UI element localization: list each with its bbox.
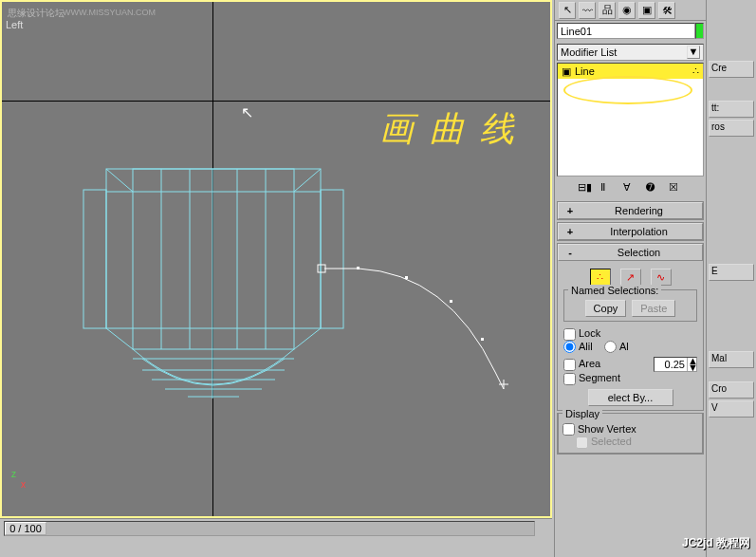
timeline[interactable]: 0 / 100 [0, 518, 552, 537]
stub[interactable]: Cre [709, 61, 754, 78]
svg-rect-18 [321, 190, 343, 328]
time-slider-track[interactable]: 0 / 100 [4, 521, 535, 536]
lock-checkbox[interactable]: Lock [563, 327, 600, 339]
svg-rect-1 [133, 169, 294, 349]
modifier-list-dropdown[interactable]: Modifier List ▼ [557, 44, 704, 61]
hierarchy-tab-icon[interactable]: 品 [599, 2, 616, 19]
stub[interactable]: tt: [709, 101, 754, 118]
radio-all[interactable]: Alil [563, 341, 593, 352]
subobj-segment-button[interactable]: ↗ [620, 269, 641, 286]
display-tab-icon[interactable]: ▣ [638, 2, 655, 19]
stack-item-line[interactable]: ▣ Line ∴ [558, 64, 703, 79]
show-vertex-checkbox[interactable]: Show Vertex [562, 423, 636, 435]
time-slider-knob[interactable]: 0 / 100 [5, 522, 46, 535]
create-tab-icon[interactable]: ↖ [559, 2, 576, 19]
svg-rect-17 [83, 190, 106, 328]
show-end-result-icon[interactable]: Ⅱ [600, 181, 616, 196]
svg-line-6 [294, 328, 321, 349]
viewport[interactable]: 思缘设计论坛 WWW.MISSYUAN.COM Left [0, 0, 552, 518]
svg-line-4 [294, 169, 321, 192]
pin-stack-icon[interactable]: ⊟▮ [578, 181, 593, 196]
modify-tab-icon[interactable]: 〰 [579, 2, 596, 19]
modifier-list-label: Modifier List [561, 46, 617, 58]
utilities-tab-icon[interactable]: 🛠 [658, 2, 675, 19]
motion-tab-icon[interactable]: ◉ [618, 2, 636, 19]
stack-toolbar: ⊟▮ Ⅱ ∀ ➐ ☒ [557, 178, 704, 199]
annotation-text: 画 曲 线 [379, 106, 518, 153]
segment-checkbox[interactable]: Segment [563, 372, 620, 383]
select-by-button[interactable]: elect By... [588, 389, 673, 406]
object-color-swatch[interactable] [695, 23, 704, 39]
stack-item-label: Line [575, 65, 689, 77]
subobj-vertex-button[interactable]: ∴ [590, 269, 611, 286]
minus-icon: - [564, 247, 576, 258]
expand-icon[interactable]: ▣ [562, 65, 571, 78]
stub[interactable]: V [709, 400, 754, 418]
rollout-display: Display Show Vertex Selected [557, 413, 704, 455]
copy-button[interactable]: Copy [585, 300, 627, 317]
svg-rect-22 [450, 300, 452, 303]
svg-line-5 [106, 328, 133, 349]
svg-line-3 [106, 169, 133, 192]
extra-panel-clipped: Cre tt: ros E Mal Cro V [706, 0, 756, 557]
stub[interactable]: E [709, 264, 754, 281]
named-selections-group: Named Selections: Copy Paste [563, 289, 697, 322]
chevron-down-icon[interactable]: ▼ [687, 46, 700, 59]
rollout-interpolation-header[interactable]: + Interpolation [558, 223, 703, 240]
axis-gizmo: z x [11, 469, 26, 490]
command-panel-tabs: ↖ 〰 品 ◉ ▣ 🛠 [555, 0, 706, 21]
stub[interactable]: Mal [709, 351, 754, 368]
cursor-arrow-icon: ↖ [241, 103, 253, 121]
remove-modifier-icon[interactable]: ➐ [646, 181, 661, 196]
stub[interactable]: ros [709, 120, 754, 137]
rollout-rendering-header[interactable]: + Rendering [558, 202, 703, 219]
plus-icon: + [564, 226, 576, 237]
rollout-selection: - Selection ∴ ↗ ∿ Named Selections: Copy… [557, 243, 704, 411]
paste-button[interactable]: Paste [632, 300, 675, 317]
rollout-selection-header[interactable]: - Selection [558, 244, 703, 261]
stack-dots-icon: ∴ [692, 65, 699, 78]
selected-checkbox[interactable]: Selected [576, 436, 632, 447]
bottom-watermark: JC2jd 教程网 [682, 535, 750, 551]
plus-icon: + [564, 205, 576, 216]
subobj-spline-button[interactable]: ∿ [651, 269, 672, 286]
stub[interactable]: Cro [709, 381, 754, 399]
area-spinner[interactable]: ▲▼ [654, 357, 697, 372]
command-panel: ↖ 〰 品 ◉ ▣ 🛠 Modifier List ▼ ▣ Line ∴ ⊟▮ … [554, 0, 706, 557]
svg-rect-20 [357, 267, 360, 269]
configure-sets-icon[interactable]: ☒ [669, 181, 684, 196]
svg-rect-23 [481, 338, 484, 341]
rollout-rendering: + Rendering [557, 201, 704, 220]
rollout-interpolation: + Interpolation [557, 222, 704, 241]
radio-al[interactable]: Al [604, 341, 629, 352]
area-checkbox[interactable]: Area [563, 358, 600, 371]
modifier-stack[interactable]: ▣ Line ∴ [557, 63, 704, 176]
viewport-canvas [2, 2, 554, 520]
object-name-input[interactable] [557, 23, 695, 39]
svg-rect-0 [106, 169, 321, 328]
make-unique-icon[interactable]: ∀ [623, 181, 638, 196]
svg-rect-21 [405, 276, 408, 279]
svg-rect-19 [318, 265, 325, 272]
